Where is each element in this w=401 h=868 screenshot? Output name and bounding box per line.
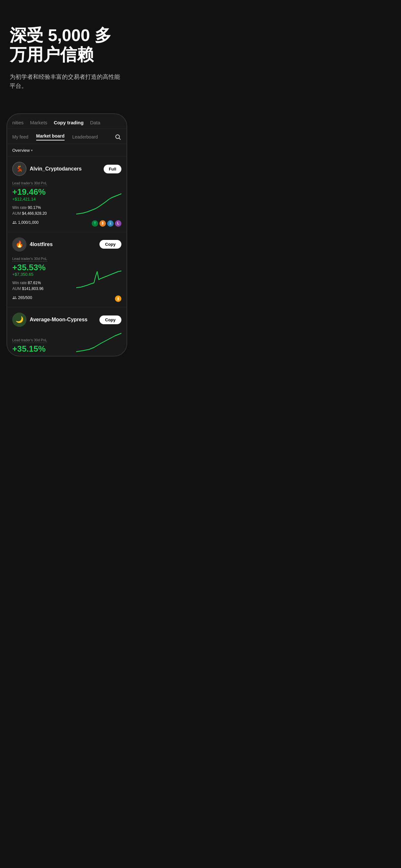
trader-card-average-moon: 🌙 Average-Moon-Cypress Copy Lead trader'… — [7, 307, 127, 356]
win-rate-4lostfires: Win rate 87.61% — [12, 281, 73, 285]
pnl-percent-average-moon: +35.15% — [12, 344, 73, 353]
users-count-4lostfires: 265/500 — [12, 296, 32, 300]
users-count-value-4lostfires: 265/500 — [18, 296, 32, 300]
trader-name-average-moon: Average-Moon-Cypress — [30, 317, 88, 322]
nav-tab-markets[interactable]: Markets — [30, 120, 47, 125]
trader-body-alvin: Lead trader's 30d PnL +19.46% +$12,421.1… — [12, 180, 121, 216]
trader-card-alvin: 💃 Alvin_Cryptodancers Full Lead trader's… — [7, 157, 127, 232]
stats-bottom-4lostfires: 265/500 ₿ — [12, 293, 121, 302]
search-icon — [115, 134, 121, 140]
coin-btc-4lostfires: ₿ — [115, 296, 121, 302]
nav-tab-copy-trading[interactable]: Copy trading — [54, 120, 84, 125]
trader-body-4lostfires: Lead trader's 30d PnL +35.53% +$7,350.65… — [12, 255, 121, 291]
coin-tether: T — [92, 220, 98, 227]
chart-svg-average-moon — [76, 331, 121, 353]
pnl-amount-alvin: +$12,421.14 — [12, 197, 73, 202]
pnl-percent-alvin: +19.46% — [12, 187, 73, 197]
phone-container: nities Markets Copy trading Data My feed… — [6, 113, 127, 356]
coins-row-4lostfires: ₿ — [115, 296, 121, 302]
svg-text:🌙: 🌙 — [16, 315, 24, 323]
chart-4lostfires — [76, 268, 121, 291]
win-rate-alvin: Win rate 90.17% — [12, 206, 73, 210]
chart-average-moon — [76, 331, 121, 353]
nav-tab-data[interactable]: Data — [90, 120, 100, 125]
sub-tab-my-feed[interactable]: My feed — [12, 134, 28, 140]
overview-label: Overview — [12, 148, 30, 153]
trader-name-4lostfires: 4lostfires — [30, 242, 53, 247]
trader-info-4lostfires: 🔥 4lostfires — [12, 237, 53, 252]
hero-section: 深受 5,000 多万用户信赖 为初学者和经验丰富的交易者打造的高性能平台。 — [0, 0, 134, 104]
pnl-label-4lostfires: Lead trader's 30d PnL — [12, 257, 47, 261]
hero-title: 深受 5,000 多万用户信赖 — [10, 26, 124, 65]
users-count-value-alvin: 1,000/1,000 — [18, 220, 38, 225]
app-nav: nities Markets Copy trading Data — [7, 114, 127, 129]
coin-bitcoin: ₿ — [99, 220, 106, 227]
coin-eth: Ξ — [107, 220, 114, 227]
trader-avatar-4lostfires: 🔥 — [12, 237, 27, 252]
trader-avatar-alvin: 💃 — [12, 162, 27, 176]
chart-svg-alvin — [76, 193, 121, 216]
overview-bar: Overview ▾ — [7, 144, 127, 157]
trader-stats-alvin: Lead trader's 30d PnL +19.46% +$12,421.1… — [12, 180, 73, 216]
svg-point-0 — [116, 135, 120, 139]
chart-alvin — [76, 193, 121, 216]
sub-tab-leaderboard[interactable]: Leaderboard — [72, 134, 98, 140]
trader-name-alvin: Alvin_Cryptodancers — [30, 166, 82, 172]
trader-stats-average-moon: Lead trader's 30d PnL +35.15% — [12, 337, 73, 353]
copy-button-average-moon[interactable]: Copy — [99, 315, 122, 324]
pnl-label-alvin: Lead trader's 30d PnL — [12, 181, 47, 186]
trader-header-4lostfires: 🔥 4lostfires Copy — [12, 237, 121, 252]
coin-ltc: L — [115, 220, 121, 227]
overview-button[interactable]: Overview ▾ — [12, 148, 33, 153]
trader-avatar-average-moon: 🌙 — [12, 313, 27, 327]
users-count-alvin: 1,000/1,000 — [12, 220, 38, 225]
search-button[interactable] — [114, 133, 121, 141]
stats-bottom-alvin: 1,000/1,000 T ₿ Ξ L — [12, 218, 121, 227]
trader-body-average-moon: Lead trader's 30d PnL +35.15% — [12, 331, 121, 353]
avatar-image-4lostfires: 🔥 — [12, 237, 27, 252]
trader-stats-4lostfires: Lead trader's 30d PnL +35.53% +$7,350.65… — [12, 255, 73, 291]
chart-svg-4lostfires — [76, 268, 121, 291]
full-badge-alvin[interactable]: Full — [104, 165, 121, 174]
aum-4lostfires: AUM $141,803.96 — [12, 286, 73, 291]
sub-nav: My feed Market board Leaderboard — [7, 129, 127, 144]
users-icon-4lostfires — [12, 296, 17, 300]
pnl-label-average-moon: Lead trader's 30d PnL — [12, 338, 47, 343]
chevron-down-icon: ▾ — [31, 149, 33, 152]
users-icon-alvin — [12, 220, 17, 225]
trader-header-average-moon: 🌙 Average-Moon-Cypress Copy — [12, 313, 121, 327]
avatar-image-average-moon: 🌙 — [12, 313, 27, 327]
svg-line-1 — [119, 138, 121, 140]
pnl-amount-4lostfires: +$7,350.65 — [12, 272, 73, 277]
sub-tab-market-board[interactable]: Market board — [36, 133, 65, 141]
pnl-percent-4lostfires: +35.53% — [12, 263, 73, 272]
coins-row-alvin: T ₿ Ξ L — [92, 220, 121, 227]
svg-text:🔥: 🔥 — [16, 240, 24, 248]
trader-card-4lostfires: 🔥 4lostfires Copy Lead trader's 30d PnL … — [7, 232, 127, 308]
hero-subtitle: 为初学者和经验丰富的交易者打造的高性能平台。 — [10, 72, 124, 91]
trader-info-alvin: 💃 Alvin_Cryptodancers — [12, 162, 82, 176]
svg-text:💃: 💃 — [16, 165, 23, 173]
nav-tab-opportunities[interactable]: nities — [12, 120, 24, 125]
trader-info-average-moon: 🌙 Average-Moon-Cypress — [12, 313, 88, 327]
aum-alvin: AUM $4,466,928.20 — [12, 211, 73, 216]
trader-header-alvin: 💃 Alvin_Cryptodancers Full — [12, 162, 121, 176]
copy-button-4lostfires[interactable]: Copy — [99, 240, 122, 249]
avatar-image-alvin: 💃 — [13, 162, 26, 176]
